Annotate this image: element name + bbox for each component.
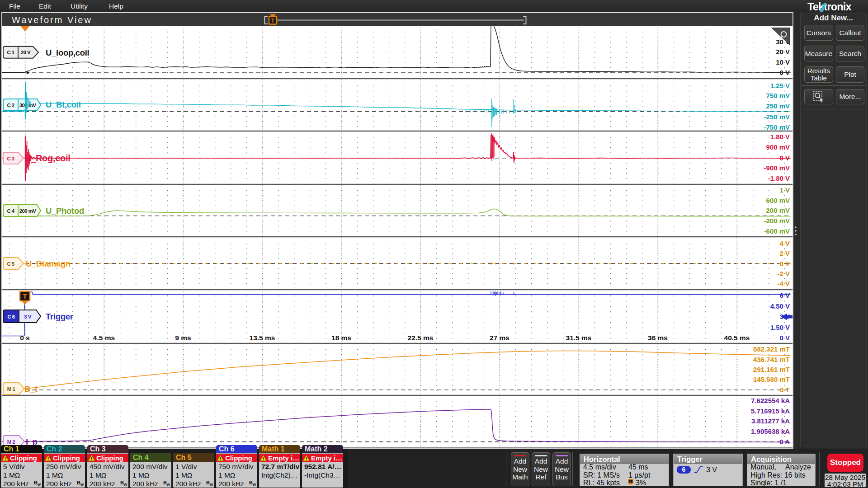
svg-text:10 V: 10 V (776, 58, 790, 66)
svg-text:U_loop,coil: U_loop,coil (46, 48, 89, 57)
svg-text:U_Rog,coil: U_Rog,coil (24, 153, 70, 163)
svg-text:1.50 V: 1.50 V (770, 324, 790, 331)
svg-text:-2 V: -2 V (777, 270, 790, 277)
svg-text:U_Diamagn: U_Diamagn (26, 259, 71, 268)
svg-text:T: T (271, 17, 275, 24)
svg-text:-1.80 V: -1.80 V (768, 174, 790, 182)
svg-text:Trigger: Trigger (46, 312, 73, 321)
svg-text:3.811277 kA: 3.811277 kA (751, 417, 790, 425)
svg-text:145.580 mT: 145.580 mT (753, 375, 790, 383)
svg-text:9 ms: 9 ms (175, 334, 191, 342)
svg-text:C 6: C 6 (7, 314, 14, 319)
svg-text:13.5 ms: 13.5 ms (250, 334, 275, 342)
svg-text:22.5 ms: 22.5 ms (408, 334, 434, 342)
svg-text:200 mV: 200 mV (19, 208, 37, 214)
svg-text:C 4: C 4 (7, 208, 14, 214)
svg-text:750 mV: 750 mV (766, 92, 790, 99)
svg-text:1.905638 kA: 1.905638 kA (751, 427, 790, 435)
svg-text:T: T (630, 480, 632, 484)
svg-text:0 T: 0 T (780, 386, 790, 394)
svg-text:U_Bt,coil: U_Bt,coil (46, 100, 80, 109)
svg-text:-600 mV: -600 mV (764, 227, 790, 235)
svg-text:C 5: C 5 (7, 261, 14, 267)
svg-text:250 mV: 250 mV (766, 102, 790, 110)
svg-text:4.50 V: 4.50 V (770, 302, 790, 310)
svg-text:U_Photod: U_Photod (46, 206, 84, 216)
svg-text:5.716915 kA: 5.716915 kA (751, 407, 790, 415)
svg-text:27 ms: 27 ms (490, 334, 509, 342)
svg-text:900 mV: 900 mV (766, 143, 790, 151)
svg-text:600 mV: 600 mV (766, 197, 790, 204)
svg-text:36 ms: 36 ms (648, 334, 668, 342)
svg-text:-4 V: -4 V (777, 280, 790, 287)
svg-text:0 V: 0 V (779, 334, 790, 342)
svg-text:0 V: 0 V (779, 69, 790, 76)
svg-text:4 V: 4 V (779, 239, 790, 247)
svg-text:1.80 V: 1.80 V (770, 133, 790, 141)
svg-text:-900 mV: -900 mV (764, 164, 790, 172)
svg-text:200 mV: 200 mV (766, 206, 790, 214)
svg-text:0 A: 0 A (779, 438, 790, 446)
svg-text:436.741 mT: 436.741 mT (753, 356, 790, 363)
svg-text:B_t: B_t (24, 384, 38, 394)
svg-text:0 V: 0 V (779, 154, 790, 162)
svg-text:18 ms: 18 ms (331, 334, 351, 342)
svg-text:2 V: 2 V (779, 249, 790, 257)
svg-text:7.622554 kA: 7.622554 kA (751, 397, 790, 404)
svg-text:C 2: C 2 (7, 103, 14, 108)
svg-text:3 V: 3 V (24, 314, 31, 319)
svg-text:582.321 mT: 582.321 mT (753, 345, 790, 353)
svg-text:-200 mV: -200 mV (764, 217, 790, 225)
svg-text:-750 mV: -750 mV (764, 123, 790, 131)
svg-text:T: T (23, 292, 27, 300)
svg-text:291.161 mT: 291.161 mT (753, 366, 790, 373)
svg-text:1.25 V: 1.25 V (770, 82, 790, 89)
svg-text:0 V: 0 V (779, 260, 790, 267)
svg-text:M 1: M 1 (7, 386, 16, 392)
svg-text:4.5 ms: 4.5 ms (93, 334, 115, 342)
svg-text:0 s: 0 s (20, 334, 30, 342)
svg-text:6 V: 6 V (779, 291, 790, 299)
svg-text:40.5 ms: 40.5 ms (724, 334, 750, 342)
svg-text:1 V: 1 V (779, 186, 790, 194)
svg-text:20 V: 20 V (776, 48, 790, 56)
svg-text:20 V: 20 V (21, 50, 31, 55)
svg-text:-250 mV: -250 mV (764, 113, 790, 121)
svg-text:31.5 ms: 31.5 ms (566, 334, 592, 342)
svg-text:C 1: C 1 (7, 50, 14, 55)
svg-text:M 2: M 2 (7, 439, 15, 445)
svg-text:C 3: C 3 (7, 156, 14, 161)
